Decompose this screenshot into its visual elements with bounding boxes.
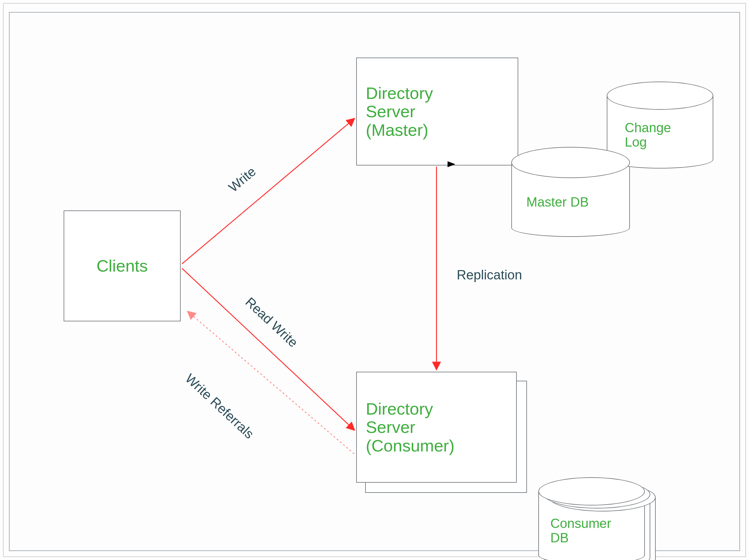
node-changelog-label: Change Log: [625, 120, 671, 150]
diagram-canvas: Clients Directory Server (Master) Direct…: [0, 0, 749, 560]
node-masterdb: Master DB: [511, 147, 630, 237]
node-clients-label: Clients: [96, 256, 148, 275]
edge-referrals: [188, 312, 354, 454]
node-consumer: Directory Server (Consumer): [356, 372, 517, 483]
node-masterdb-label: Master DB: [526, 195, 589, 209]
node-clients: Clients: [64, 210, 181, 321]
edge-readwrite-label: Read Write: [242, 294, 301, 350]
node-master-label: Directory Server (Master): [366, 84, 433, 139]
edge-write-label: Write: [226, 164, 259, 195]
node-consumer-label: Directory Server (Consumer): [366, 400, 455, 455]
edge-referrals-label: Write Referrals: [183, 371, 257, 442]
node-consumerdb: Consumer DB: [538, 477, 645, 560]
edge-replication-label: Replication: [457, 267, 522, 283]
edge-write: [182, 119, 354, 264]
node-master: Directory Server (Master): [356, 58, 518, 165]
node-consumerdb-label: Consumer DB: [550, 516, 611, 545]
inner-frame: Clients Directory Server (Master) Direct…: [9, 12, 740, 551]
